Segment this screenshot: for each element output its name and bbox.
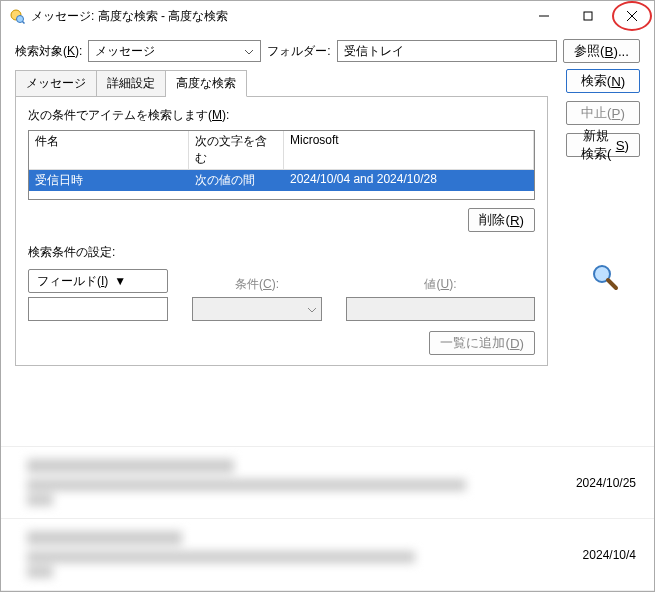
svg-line-2	[23, 22, 25, 24]
condition-combo[interactable]	[192, 297, 322, 321]
window: メッセージ: 高度な検索 - 高度な検索 検索対象(K): メッセージ フォルダ…	[0, 0, 655, 592]
condition-label: 条件(C):	[192, 276, 322, 293]
arrow-down-icon: ▼	[114, 274, 126, 288]
new-search-button[interactable]: 新規検索(S)	[566, 133, 640, 157]
search-target-combo[interactable]: メッセージ	[88, 40, 261, 62]
result-preview-text	[27, 459, 544, 506]
result-item[interactable]: 2024/10/4	[1, 519, 654, 590]
right-button-column: 検索(N) 中止(P) 新規検索(S)	[566, 69, 640, 432]
tab-advanced-settings[interactable]: 詳細設定	[97, 70, 166, 97]
magnifier-icon	[591, 263, 619, 294]
criteria-instruction: 次の条件でアイテムを検索します(M):	[28, 107, 535, 124]
criteria-settings-label: 検索条件の設定:	[28, 244, 535, 261]
search-target-label: 検索対象(K):	[15, 43, 82, 60]
stop-button[interactable]: 中止(P)	[566, 101, 640, 125]
criteria-settings-row: フィールド(I) ▼ 条件(C):	[28, 269, 535, 321]
criteria-header: 件名 次の文字を含む Microsoft	[29, 131, 534, 170]
criteria-row-field: 受信日時	[29, 170, 189, 191]
field-input[interactable]	[28, 297, 168, 321]
svg-line-8	[608, 280, 616, 288]
criteria-row-value: 2024/10/04 and 2024/10/28	[284, 170, 534, 191]
search-target-value: メッセージ	[95, 43, 238, 60]
criteria-list[interactable]: 件名 次の文字を含む Microsoft 受信日時 次の値の間 2024/10/…	[28, 130, 535, 200]
folder-value: 受信トレイ	[344, 43, 404, 60]
close-button[interactable]	[610, 1, 654, 31]
criteria-buttons: 削除(R)	[28, 208, 535, 232]
folder-field[interactable]: 受信トレイ	[337, 40, 558, 62]
search-button[interactable]: 検索(N)	[566, 69, 640, 93]
result-item[interactable]: 2024/10/25	[1, 447, 654, 518]
chevron-down-icon	[244, 44, 254, 58]
minimize-button[interactable]	[522, 1, 566, 31]
svg-point-1	[17, 16, 24, 23]
value-input[interactable]	[346, 297, 535, 321]
delete-button[interactable]: 削除(R)	[468, 208, 535, 232]
maximize-button[interactable]	[566, 1, 610, 31]
criteria-row[interactable]: 受信日時 次の値の間 2024/10/04 and 2024/10/28	[29, 170, 534, 191]
tab-body: 次の条件でアイテムを検索します(M): 件名 次の文字を含む Microsoft…	[15, 96, 548, 366]
criteria-header-condition: 次の文字を含む	[189, 131, 284, 169]
result-date: 2024/10/25	[556, 476, 636, 490]
svg-rect-4	[584, 12, 592, 20]
browse-button[interactable]: 参照(B)...	[563, 39, 640, 63]
body: メッセージ 詳細設定 高度な検索 次の条件でアイテムを検索します(M): 件名 …	[1, 69, 654, 446]
folder-label: フォルダー:	[267, 43, 330, 60]
field-group-value: 値(U):	[346, 276, 535, 321]
result-preview-text	[27, 531, 544, 578]
separator	[1, 590, 654, 591]
criteria-header-field: 件名	[29, 131, 189, 169]
results-list: 2024/10/25 2024/10/4	[1, 446, 654, 591]
search-globe-icon	[9, 8, 25, 24]
add-button-row: 一覧に追加(D)	[28, 331, 535, 355]
toolbar-row: 検索対象(K): メッセージ フォルダー: 受信トレイ 参照(B)...	[1, 31, 654, 69]
criteria-row-condition: 次の値の間	[189, 170, 284, 191]
add-to-list-button[interactable]: 一覧に追加(D)	[429, 331, 535, 355]
field-group-condition: 条件(C):	[192, 276, 322, 321]
field-group-field: フィールド(I) ▼	[28, 269, 168, 321]
titlebar: メッセージ: 高度な検索 - 高度な検索	[1, 1, 654, 31]
tab-advanced-search[interactable]: 高度な検索	[166, 70, 247, 97]
field-dropdown[interactable]: フィールド(I) ▼	[28, 269, 168, 293]
left-pane: メッセージ 詳細設定 高度な検索 次の条件でアイテムを検索します(M): 件名 …	[15, 69, 548, 432]
value-label: 値(U):	[346, 276, 535, 293]
window-buttons	[522, 1, 654, 31]
tab-strip: メッセージ 詳細設定 高度な検索	[15, 69, 548, 96]
chevron-down-icon	[307, 302, 317, 316]
result-date: 2024/10/4	[556, 548, 636, 562]
window-title: メッセージ: 高度な検索 - 高度な検索	[31, 8, 522, 25]
tab-messages[interactable]: メッセージ	[15, 70, 97, 97]
criteria-header-value: Microsoft	[284, 131, 534, 169]
